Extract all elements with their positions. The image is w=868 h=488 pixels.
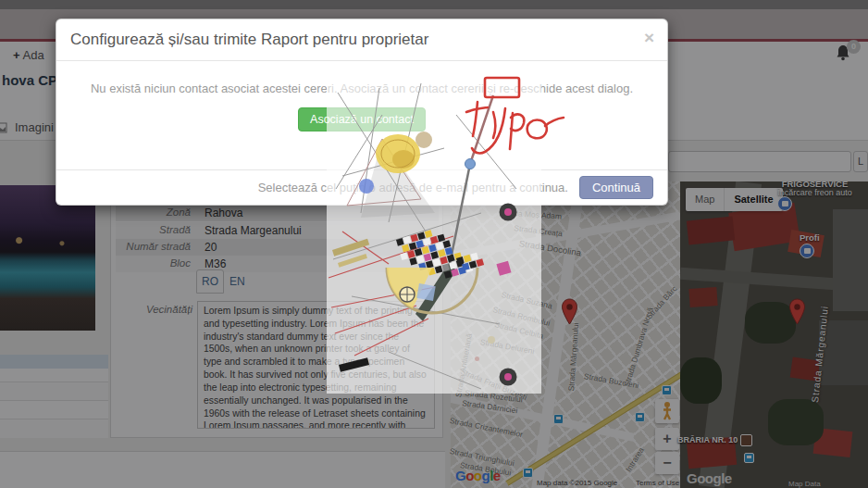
- bus-stop-icon[interactable]: [662, 385, 672, 395]
- satellite-building: [833, 209, 868, 311]
- map-marker-pin[interactable]: [561, 298, 578, 325]
- list-item[interactable]: [0, 369, 108, 382]
- image-icon: [0, 122, 7, 133]
- field-row-numar: Număr stradă 20: [116, 239, 439, 256]
- top-strip: [0, 0, 868, 9]
- satellite-trees: [680, 357, 722, 404]
- search-input[interactable]: [668, 151, 851, 172]
- poi-label-profi[interactable]: Profi: [800, 232, 820, 243]
- field-value: Rahova: [205, 206, 242, 219]
- poi-dot: [488, 336, 495, 344]
- tab-imagini[interactable]: Imagini: [0, 120, 54, 134]
- continue-button[interactable]: Continuă: [579, 176, 653, 199]
- tab-imagini-label: Imagini: [15, 120, 54, 134]
- bottom-panel: [0, 451, 445, 488]
- app-window: +Ada hova CP28 Imagini 0 L er Of Labatas…: [0, 0, 868, 488]
- library-poi-icon[interactable]: [740, 434, 752, 446]
- map-toggle-button[interactable]: Map: [686, 188, 725, 211]
- bus-stop-icon[interactable]: [744, 453, 754, 463]
- vecinatati-textarea[interactable]: Lorem Ipsum is simply dummy text of the …: [197, 301, 435, 429]
- dialog-message: Nu există niciun contact asociat acestei…: [56, 81, 667, 95]
- field-row-zona: Zonă Rahova: [116, 205, 439, 221]
- plus-icon: +: [13, 48, 20, 62]
- lang-tab-ro[interactable]: RO: [196, 269, 224, 294]
- street-view-pegman[interactable]: [655, 399, 679, 423]
- dialog-header: Configurează și/sau trimite Raport pentr…: [56, 19, 667, 61]
- satellite-roof: [688, 287, 717, 307]
- report-dialog: Configurează și/sau trimite Raport pentr…: [56, 19, 668, 206]
- notifications-badge: 0: [847, 40, 861, 54]
- zoom-out-button[interactable]: −: [655, 452, 679, 474]
- field-row-bloc: Bloc M36: [116, 256, 439, 272]
- add-button[interactable]: +Ada: [13, 48, 44, 62]
- vecinatati-label: Vecinătăți: [141, 304, 192, 315]
- field-label: Zonă: [167, 206, 191, 218]
- terms-of-use-link[interactable]: Terms of Use: [636, 479, 679, 487]
- dialog-body: Nu există niciun contact asociat acestei…: [56, 61, 667, 169]
- bus-stop-icon[interactable]: [553, 414, 564, 424]
- search-button[interactable]: L: [853, 151, 868, 172]
- shopping-poi-icon[interactable]: [777, 196, 792, 211]
- google-logo-white: Google: [687, 470, 732, 486]
- dialog-title: Configurează și/sau trimite Raport pentr…: [70, 31, 653, 49]
- bus-stop-icon[interactable]: [523, 468, 533, 478]
- field-label: Număr stradă: [126, 241, 191, 252]
- zoom-in-button[interactable]: +: [655, 428, 679, 450]
- field-value: M36: [205, 257, 226, 270]
- field-row-strada: Stradă Strada Margeanului: [116, 222, 439, 239]
- cart-poi-icon[interactable]: [800, 244, 814, 258]
- property-photo[interactable]: [0, 185, 95, 331]
- list-item[interactable]: [0, 419, 108, 438]
- satellite-roof: [687, 216, 735, 244]
- list-item[interactable]: [0, 382, 108, 401]
- poi-label-frigoservice-sub: Încărcare freon auto: [757, 188, 868, 197]
- map-attribution: Map Data: [788, 480, 821, 488]
- list-item[interactable]: [0, 355, 108, 369]
- poi-dot: [475, 357, 479, 361]
- dialog-footer: Selectează cel puțin o adresă de e-mail …: [56, 169, 667, 205]
- map-marker-pin[interactable]: [788, 298, 806, 325]
- list-item[interactable]: [0, 401, 108, 419]
- field-label: Bloc: [170, 257, 191, 269]
- field-value: 20: [205, 241, 217, 254]
- add-button-label: Ada: [23, 48, 44, 62]
- associate-contact-button[interactable]: Asociază un contact: [298, 107, 426, 131]
- close-icon[interactable]: ×: [644, 29, 654, 46]
- bus-stop-icon[interactable]: [635, 412, 645, 422]
- lang-tab-en[interactable]: EN: [229, 275, 245, 288]
- field-value: Strada Margeanului: [205, 224, 302, 237]
- google-logo: Google: [455, 468, 501, 483]
- satellite-trees: [768, 399, 824, 445]
- field-label: Stradă: [159, 224, 191, 235]
- dialog-footer-message: Selectează cel puțin o adresă de e-mail …: [258, 181, 568, 194]
- map-attribution: Map data ©2015 Google: [537, 479, 617, 487]
- poi-label-libraria[interactable]: BRĂRIA NR. 10: [677, 435, 738, 444]
